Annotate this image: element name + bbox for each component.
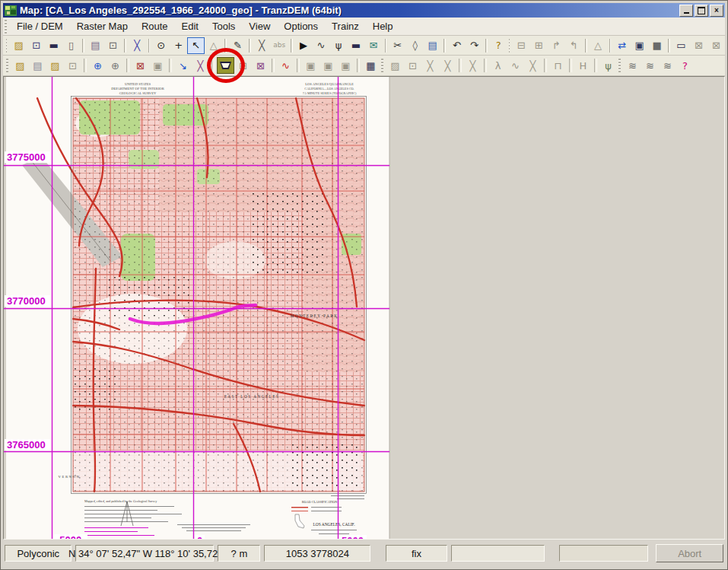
image-x-button[interactable]: ⊠ bbox=[132, 57, 149, 74]
bridge-button[interactable]: H bbox=[574, 57, 592, 74]
terrain-1-button[interactable]: ≋ bbox=[624, 57, 641, 74]
paste-button[interactable]: ▤ bbox=[424, 37, 441, 54]
panel-frame-button[interactable]: ⊞ bbox=[530, 37, 548, 54]
scissors-button[interactable]: ✂ bbox=[389, 37, 406, 54]
folder-gray-button[interactable]: ▨ bbox=[386, 57, 404, 74]
globe-grid-button[interactable]: ⊕ bbox=[89, 57, 106, 74]
panel-bottom-button[interactable]: ⊟ bbox=[513, 37, 530, 54]
delete-x-button[interactable]: ╳ bbox=[129, 37, 146, 54]
x-gray-2-icon: ╳ bbox=[445, 61, 451, 71]
x-gray-3-button[interactable]: ╳ bbox=[464, 57, 482, 74]
abort-button[interactable]: Abort bbox=[656, 544, 723, 562]
probe-pen-button[interactable]: ✎ bbox=[229, 37, 246, 54]
menu-trainz[interactable]: Trainz bbox=[325, 18, 366, 34]
x-rect-2-button[interactable]: ⊠ bbox=[707, 37, 725, 54]
map-canvas[interactable]: UNITED STATES DEPARTMENT OF THE INTERIOR… bbox=[4, 77, 390, 540]
open-map-button[interactable]: ▨ bbox=[10, 37, 27, 54]
toolbar-grip[interactable] bbox=[509, 39, 510, 53]
select-cursor-button[interactable]: ↖ bbox=[187, 37, 205, 54]
toolbar-grip[interactable] bbox=[618, 59, 621, 72]
maximize-button[interactable] bbox=[695, 5, 708, 17]
layer-stack-1-icon: ▣ bbox=[306, 61, 315, 71]
frame-dark-button[interactable]: ▬ bbox=[348, 37, 365, 54]
menu-edit[interactable]: Edit bbox=[175, 18, 205, 34]
toolbar-separator bbox=[485, 39, 488, 53]
x-gray-2-button[interactable]: ╳ bbox=[439, 57, 456, 74]
x-gray-1-button[interactable]: ╳ bbox=[421, 57, 439, 74]
open-route-button[interactable]: ▨ bbox=[11, 57, 29, 74]
walker-icon: λ bbox=[495, 61, 501, 71]
triangle-2-button[interactable]: △ bbox=[590, 37, 607, 54]
save-map-button[interactable]: ⊡ bbox=[27, 37, 45, 54]
redo-button[interactable]: ↷ bbox=[466, 37, 483, 54]
layer-stack-1-button[interactable]: ▣ bbox=[302, 57, 319, 74]
add-rect-icon: ⊞ bbox=[239, 61, 247, 71]
pan-button[interactable]: + bbox=[170, 37, 187, 54]
map-viewport[interactable]: UNITED STATES DEPARTMENT OF THE INTERIOR… bbox=[3, 76, 725, 540]
toolbar-grip[interactable] bbox=[381, 59, 383, 72]
profile-chart-button[interactable]: ⊓ bbox=[549, 57, 567, 74]
help-trainz-button[interactable]: ? bbox=[676, 57, 694, 74]
save-gray-button[interactable]: ⊡ bbox=[404, 57, 421, 74]
claw-button[interactable]: ψ bbox=[330, 37, 348, 54]
globe-grid-2-button[interactable]: ⊕ bbox=[106, 57, 124, 74]
cut-route-icon: ╳ bbox=[198, 61, 204, 71]
simplify-trapezoid-button[interactable] bbox=[217, 57, 234, 74]
x-gray-4-button[interactable]: ╳ bbox=[524, 57, 542, 74]
terrain-3-button[interactable]: ≋ bbox=[659, 57, 676, 74]
pattern-rect-button[interactable]: ▦ bbox=[362, 57, 380, 74]
save-route-button[interactable]: ⊡ bbox=[64, 57, 81, 74]
select-raster-button[interactable]: ⊠ bbox=[252, 57, 269, 74]
abs-button[interactable]: abs bbox=[271, 37, 288, 54]
layers-button[interactable]: ▣ bbox=[631, 37, 648, 54]
menu-help[interactable]: Help bbox=[366, 18, 400, 34]
x-rect-1-button[interactable]: ⊠ bbox=[690, 37, 707, 54]
extent-rect-button[interactable]: ▭ bbox=[672, 37, 690, 54]
map-frame-button[interactable]: ▬ bbox=[45, 37, 62, 54]
save-raster-button[interactable]: ⊡ bbox=[104, 37, 122, 54]
cut-x-button[interactable]: ╳ bbox=[253, 37, 271, 54]
curve-right-button[interactable]: ↱ bbox=[548, 37, 565, 54]
folder-plus-button[interactable]: ▨ bbox=[46, 57, 64, 74]
curve-button[interactable]: ∿ bbox=[313, 37, 330, 54]
minimize-button[interactable] bbox=[679, 5, 693, 17]
raster-edit-button[interactable]: ▤ bbox=[87, 37, 104, 54]
menu-file-dem[interactable]: File / DEM bbox=[10, 18, 70, 34]
probe-pen-icon: ✎ bbox=[234, 40, 242, 50]
mail-button[interactable]: ✉ bbox=[365, 37, 383, 54]
curve-gray-button[interactable]: ∿ bbox=[507, 57, 524, 74]
menu-view[interactable]: View bbox=[242, 18, 277, 34]
curve-left-button[interactable]: ↰ bbox=[565, 37, 583, 54]
curve-icon: ∿ bbox=[317, 40, 326, 50]
vegetation-button[interactable]: ψ bbox=[599, 57, 617, 74]
toolbar-grip[interactable] bbox=[6, 39, 7, 53]
move-node-button[interactable]: ↘ bbox=[174, 57, 192, 74]
add-rect-button[interactable]: ⊞ bbox=[234, 57, 252, 74]
undo-button[interactable]: ↶ bbox=[448, 37, 466, 54]
menu-options[interactable]: Options bbox=[277, 18, 325, 34]
mail-icon: ✉ bbox=[370, 40, 378, 50]
profile-chart-icon: ⊓ bbox=[554, 61, 561, 71]
menu-route[interactable]: Route bbox=[135, 18, 175, 34]
cut-route-button[interactable]: ╳ bbox=[192, 57, 209, 74]
menu-raster-map[interactable]: Raster Map bbox=[70, 18, 135, 34]
fill-polygon-button[interactable]: ◊ bbox=[406, 37, 424, 54]
terrain-2-button[interactable]: ≋ bbox=[641, 57, 659, 74]
clipboard-button[interactable]: ▤ bbox=[29, 57, 46, 74]
new-page-button[interactable]: ▯ bbox=[62, 37, 80, 54]
triangle-tool-button[interactable]: △ bbox=[205, 37, 222, 54]
zoom-button[interactable]: ⊙ bbox=[152, 37, 170, 54]
pulse-button[interactable]: ∿ bbox=[277, 57, 294, 74]
close-button[interactable]: × bbox=[710, 5, 723, 17]
refresh-button[interactable]: ⇄ bbox=[613, 37, 631, 54]
pages-button[interactable]: ▣ bbox=[149, 57, 167, 74]
gray-square-button[interactable]: ■ bbox=[648, 37, 666, 54]
help-button[interactable]: ? bbox=[490, 37, 507, 54]
layer-stack-3-button[interactable]: ▣ bbox=[337, 57, 354, 74]
walker-button[interactable]: λ bbox=[489, 57, 507, 74]
play-button[interactable]: ▶ bbox=[295, 37, 313, 54]
toolbar-grip[interactable] bbox=[5, 20, 7, 33]
menu-tools[interactable]: Tools bbox=[205, 18, 242, 34]
toolbar-grip[interactable] bbox=[6, 59, 8, 72]
layer-stack-2-button[interactable]: ▣ bbox=[319, 57, 337, 74]
